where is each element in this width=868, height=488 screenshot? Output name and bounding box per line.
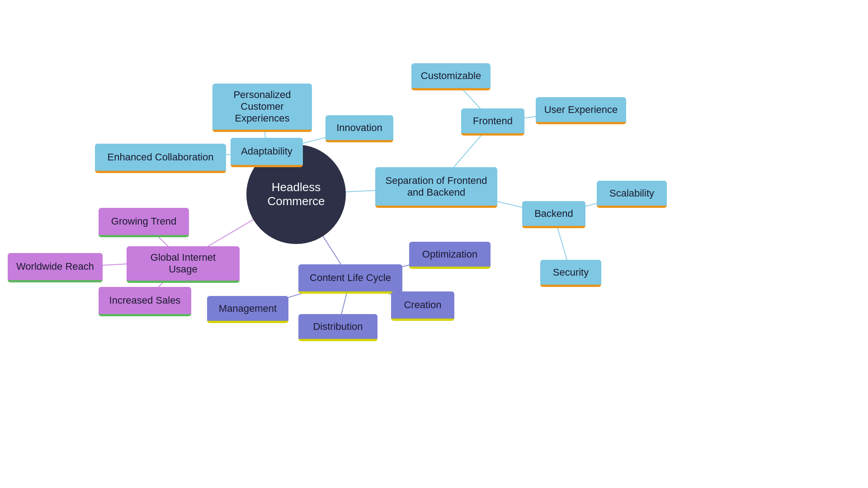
node-growing-trend: Growing Trend — [99, 208, 189, 237]
node-worldwide: Worldwide Reach — [8, 253, 103, 282]
node-distribution: Distribution — [298, 314, 377, 341]
node-management: Management — [207, 296, 288, 323]
node-scalability: Scalability — [597, 181, 667, 208]
node-increased-sales: Increased Sales — [99, 287, 191, 316]
node-personalized: Personalized Customer Experiences — [212, 84, 312, 132]
node-frontend: Frontend — [461, 108, 524, 136]
node-customizable: Customizable — [411, 63, 491, 90]
node-enhanced-collab: Enhanced Collaboration — [95, 144, 226, 173]
node-content-lifecycle: Content Life Cycle — [298, 264, 402, 294]
node-optimization: Optimization — [409, 242, 491, 269]
mind-map: Headless Commerce Personalized Customer … — [0, 0, 868, 488]
node-innovation: Innovation — [326, 115, 393, 142]
node-user-experience: User Experience — [536, 97, 626, 124]
node-sep-frontend-backend: Separation of Frontend and Backend — [375, 167, 497, 208]
node-global-internet: Global Internet Usage — [127, 246, 240, 283]
node-adaptability: Adaptability — [231, 138, 303, 167]
node-backend: Backend — [522, 201, 585, 228]
node-security: Security — [540, 260, 601, 287]
node-creation: Creation — [391, 291, 454, 321]
